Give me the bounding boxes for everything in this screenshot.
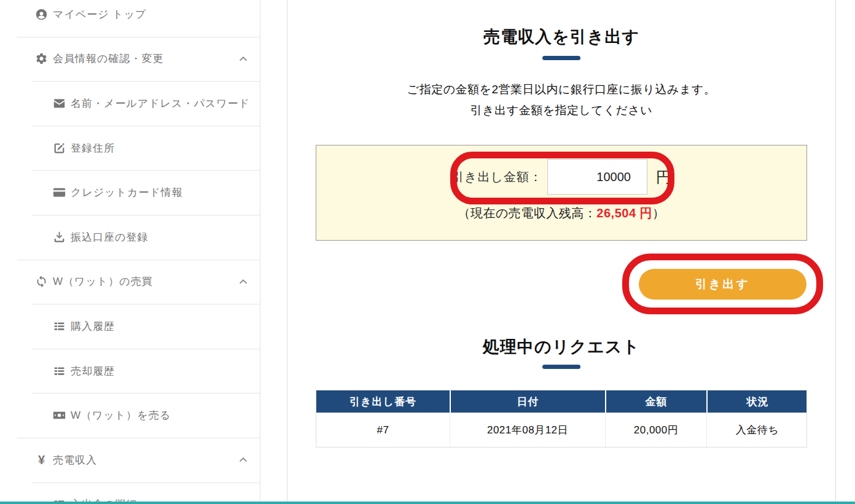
sync-icon: [35, 275, 48, 288]
table-row: #7 2021年08月12日 20,000円 入金待ち: [316, 413, 806, 447]
divider: [32, 393, 260, 394]
balance-line: （現在の売電収入残高：26,504 円）: [316, 205, 806, 222]
balance-amount: 26,504 円: [596, 206, 652, 220]
withdraw-button[interactable]: 引き出す: [639, 269, 806, 300]
table-header-status: 状況: [706, 390, 808, 413]
sidebar-item-label: 名前・メールアドレス・パスワード: [71, 96, 250, 110]
table-header-amount: 金額: [605, 390, 706, 413]
currency-unit-label: 円: [656, 167, 671, 187]
sidebar-item-income[interactable]: ¥ 売電収入: [0, 438, 260, 483]
section-underline: [542, 365, 580, 369]
balance-suffix: ）: [652, 206, 665, 220]
sidebar-item-address[interactable]: 登録住所: [0, 126, 260, 171]
amount-input[interactable]: [547, 159, 647, 195]
amount-label: 引き出し金額：: [451, 169, 542, 185]
sidebar-item-transactions[interactable]: 入出金の明細: [0, 483, 260, 504]
sidebar: マイページ トップ 会員情報の確認・変更 名前・メールアドレス・パスワード: [0, 0, 260, 504]
sidebar-item-label: 登録住所: [71, 141, 115, 155]
main-content: 売電収入を引き出す ご指定の金額を2営業日以内に銀行口座に振り込みます。 引き出…: [287, 0, 836, 504]
description-line-2: 引き出す金額を指定してください: [287, 103, 835, 118]
sidebar-item-bank-account[interactable]: 振込口座の登録: [0, 215, 260, 260]
chevron-up-icon: [238, 277, 249, 287]
divider: [17, 37, 260, 37]
download-icon: [53, 231, 66, 244]
cell-status: 入金待ち: [706, 413, 808, 447]
sidebar-item-label: マイページ トップ: [53, 7, 147, 21]
footer-accent-line: [0, 502, 855, 504]
divider: [32, 349, 260, 349]
chevron-up-icon: [238, 54, 249, 64]
chevron-up-icon: [238, 455, 249, 465]
divider: [17, 260, 260, 260]
page: マイページ トップ 会員情報の確認・変更 名前・メールアドレス・パスワード: [0, 0, 855, 504]
pending-requests-table: 引き出し番号 日付 金額 状況 #7 2021年08月12日 20,000円 入…: [316, 390, 807, 448]
yen-icon: ¥: [35, 454, 48, 467]
sidebar-item-name-email-password[interactable]: 名前・メールアドレス・パスワード: [0, 81, 260, 126]
user-circle-icon: [35, 8, 48, 21]
sidebar-item-sell-history[interactable]: 売却履歴: [0, 349, 260, 394]
amount-row: 引き出し金額： 円: [316, 159, 806, 195]
banknote-icon: [53, 409, 66, 422]
sidebar-item-label: W（ワット）の売買: [53, 274, 153, 289]
cell-date: 2021年08月12日: [450, 413, 605, 447]
sidebar-item-label: W（ワット）を売る: [71, 408, 171, 422]
sidebar-item-purchase-history[interactable]: 購入履歴: [0, 304, 260, 349]
list-icon: [53, 320, 66, 333]
sidebar-item-label: 購入履歴: [71, 319, 115, 333]
pending-requests-title: 処理中のリクエスト: [287, 336, 835, 358]
divider: [32, 215, 260, 215]
divider: [32, 81, 260, 82]
divider: [32, 304, 260, 304]
table-header-date: 日付: [450, 390, 605, 413]
sidebar-item-label: 売電収入: [53, 453, 97, 467]
title-underline: [542, 56, 580, 60]
sidebar-item-label: 売却履歴: [71, 364, 115, 378]
divider: [32, 483, 260, 483]
sidebar-item-credit-card[interactable]: クレジットカード情報: [0, 170, 260, 215]
withdraw-form-panel: 引き出し金額： 円 （現在の売電収入残高：26,504 円）: [316, 145, 807, 241]
list-icon: [53, 365, 66, 378]
description-line-1: ご指定の金額を2営業日以内に銀行口座に振り込みます。: [287, 82, 835, 98]
credit-card-icon: [53, 186, 66, 199]
sidebar-item-watt-trading[interactable]: W（ワット）の売買: [0, 260, 260, 304]
sidebar-item-label: 会員情報の確認・変更: [53, 52, 163, 66]
sidebar-item-member-info[interactable]: 会員情報の確認・変更: [0, 37, 260, 82]
gear-icon: [35, 52, 48, 65]
sidebar-item-label: クレジットカード情報: [71, 185, 183, 200]
page-title: 売電収入を引き出す: [287, 26, 835, 48]
divider: [32, 126, 260, 126]
sidebar-item-label: 振込口座の登録: [71, 230, 148, 244]
edit-icon: [53, 142, 66, 155]
cell-withdrawal-number: #7: [316, 413, 450, 447]
divider: [32, 170, 260, 171]
envelope-icon: [53, 97, 66, 110]
cell-amount: 20,000円: [605, 413, 706, 447]
table-header-row: 引き出し番号 日付 金額 状況: [316, 390, 806, 413]
balance-prefix: （現在の売電収入残高：: [458, 206, 596, 220]
table-header-withdrawal-number: 引き出し番号: [316, 390, 450, 413]
sidebar-menu: マイページ トップ 会員情報の確認・変更 名前・メールアドレス・パスワード: [0, 0, 260, 504]
divider: [17, 438, 260, 438]
sidebar-item-mypage-top[interactable]: マイページ トップ: [0, 0, 260, 37]
sidebar-item-sell-watt[interactable]: W（ワット）を売る: [0, 393, 260, 438]
